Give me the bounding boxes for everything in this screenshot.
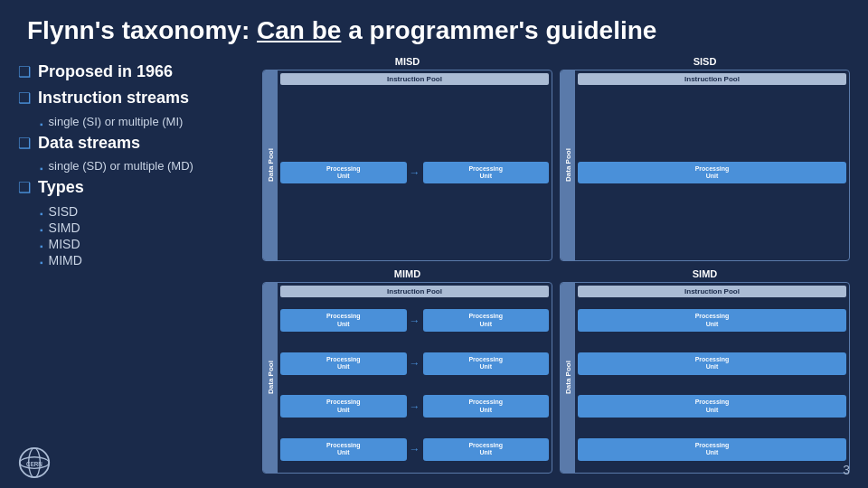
type-mimd: ▪ MIMD — [40, 253, 253, 267]
simd-instruction-pool: Instruction Pool — [578, 286, 846, 297]
bullet-icon-proposed: ❑ — [18, 63, 31, 80]
simd-inner: Data Pool Instruction Pool ProcessingUni… — [560, 282, 850, 474]
diagram-misd: MISD Data Pool Instruction Pool Processi… — [262, 56, 552, 261]
mimd-content: Instruction Pool ProcessingUnit → Proces… — [278, 283, 552, 473]
misd-instruction-pool: Instruction Pool — [280, 73, 549, 85]
sisd-content: Instruction Pool Processing Unit — [575, 70, 849, 260]
mimd-arrow-2: → — [410, 357, 420, 370]
type-simd-text: SIMD — [49, 221, 80, 235]
mimd-pu-1-1: ProcessingUnit — [280, 309, 407, 332]
mimd-row-4: ProcessingUnit → ProcessingUnit — [280, 429, 549, 471]
mimd-label: MIMD — [262, 268, 552, 279]
sub-bullet-data-text: single (SD) or multiple (MD) — [49, 159, 193, 173]
type-icon-sisd: ▪ — [40, 209, 43, 219]
diagram-simd: SIMD Data Pool Instruction Pool Processi… — [560, 268, 850, 474]
mimd-arrow-3: → — [410, 400, 420, 413]
simd-label: SIMD — [560, 268, 850, 279]
mimd-arrow-4: → — [410, 443, 420, 455]
type-mimd-text: MIMD — [49, 253, 82, 267]
simd-data-pool: Data Pool — [561, 283, 575, 473]
misd-data-pool: Data Pool — [263, 70, 278, 260]
slide-title: Flynn's taxonomy: Can be a programmer's … — [0, 0, 868, 52]
misd-arrow: → — [410, 166, 420, 179]
mimd-instruction-pool: Instruction Pool — [280, 286, 549, 297]
simd-content: Instruction Pool ProcessingUnit Processi… — [575, 283, 849, 473]
bullet-icon-instruction: ❑ — [18, 89, 31, 107]
mimd-pu-3-2: ProcessingUnit — [423, 395, 550, 418]
mimd-pu-grid: ProcessingUnit → ProcessingUnit Processi… — [280, 300, 549, 470]
sub-bullet-icon-instruction: ▪ — [40, 119, 43, 129]
bullet-data-text: Data streams — [38, 133, 140, 154]
sisd-pu-1-line1: Processing — [695, 165, 730, 173]
simd-pu-3: ProcessingUnit — [578, 395, 846, 418]
mimd-data-pool: Data Pool — [263, 283, 278, 473]
type-icon-simd: ▪ — [40, 225, 43, 235]
bullet-icon-types: ❑ — [18, 179, 31, 196]
mimd-pu-2-2: ProcessingUnit — [423, 352, 550, 375]
bullet-types-text: Types — [38, 177, 84, 198]
mimd-inner: Data Pool Instruction Pool ProcessingUni… — [262, 282, 552, 474]
svg-text:CERN: CERN — [26, 461, 42, 467]
type-sisd: ▪ SISD — [40, 204, 253, 219]
content-area: ❑ Proposed in 1966 ❑ Instruction streams… — [0, 52, 868, 477]
bullet-types: ❑ Types — [18, 177, 253, 198]
mimd-row-3: ProcessingUnit → ProcessingUnit — [280, 386, 549, 427]
type-misd: ▪ MISD — [40, 237, 253, 251]
right-panel: MISD Data Pool Instruction Pool Processi… — [262, 52, 850, 477]
sisd-label: SISD — [560, 56, 850, 67]
simd-pu-4: ProcessingUnit — [578, 438, 846, 461]
misd-label: MISD — [262, 56, 552, 67]
mimd-pu-2-1: ProcessingUnit — [280, 352, 407, 375]
bullet-instruction-streams: ❑ Instruction streams — [18, 88, 253, 108]
sisd-data-pool: Data Pool — [561, 70, 575, 260]
mimd-pu-4-1: ProcessingUnit — [280, 438, 407, 461]
mimd-pu-1-2: ProcessingUnit — [423, 309, 550, 332]
misd-pu-1-line1: Processing — [326, 165, 361, 173]
simd-row-2: ProcessingUnit — [578, 343, 846, 385]
bullet-proposed: ❑ Proposed in 1966 — [18, 61, 253, 82]
type-icon-mimd: ▪ — [40, 258, 43, 267]
sisd-pu-1-line2: Unit — [706, 173, 719, 180]
mimd-row-2: ProcessingUnit → ProcessingUnit — [280, 343, 549, 385]
page-number: 3 — [843, 463, 850, 477]
simd-row-4: ProcessingUnit — [578, 429, 846, 471]
left-panel: ❑ Proposed in 1966 ❑ Instruction streams… — [18, 52, 253, 477]
bullet-proposed-text: Proposed in 1966 — [38, 61, 173, 82]
sisd-units-row: Processing Unit — [578, 88, 846, 258]
title-suffix: a programmer's guideline — [341, 16, 656, 44]
misd-content: Instruction Pool Processing Unit → Proce… — [278, 70, 552, 260]
misd-pu-2-line1: Processing — [468, 165, 503, 173]
diagram-mimd: MIMD Data Pool Instruction Pool Processi… — [262, 268, 552, 474]
types-list: ▪ SISD ▪ SIMD ▪ MISD ▪ MIMD — [40, 204, 253, 267]
misd-pu-2: Processing Unit — [423, 162, 550, 184]
diagram-sisd: SISD Data Pool Instruction Pool Processi… — [560, 56, 850, 261]
simd-pu-2: ProcessingUnit — [578, 352, 846, 375]
cern-logo: CERN — [18, 446, 51, 479]
mimd-pu-3-1: ProcessingUnit — [280, 395, 407, 418]
sisd-inner: Data Pool Instruction Pool Processing Un… — [560, 70, 850, 261]
title-underline: Can be — [257, 16, 341, 44]
bullet-icon-data: ❑ — [18, 135, 31, 152]
simd-pu-1: ProcessingUnit — [578, 309, 846, 332]
type-simd: ▪ SIMD — [40, 221, 253, 235]
misd-pu-1: Processing Unit — [280, 162, 407, 184]
mimd-row-1: ProcessingUnit → ProcessingUnit — [280, 300, 549, 342]
misd-pu-2-line2: Unit — [479, 173, 492, 180]
sub-bullet-instruction-text: single (SI) or multiple (MI) — [49, 115, 184, 128]
misd-units-row: Processing Unit → Processing Unit — [280, 88, 549, 258]
type-icon-misd: ▪ — [40, 241, 43, 251]
sub-bullet-icon-data: ▪ — [40, 164, 43, 174]
misd-pu-1-line2: Unit — [337, 173, 350, 180]
sub-bullet-instruction: ▪ single (SI) or multiple (MI) — [40, 115, 253, 129]
mimd-pu-4-2: ProcessingUnit — [423, 438, 550, 461]
simd-pu-grid: ProcessingUnit ProcessingUnit Processing… — [578, 300, 846, 470]
sisd-pu-1: Processing Unit — [578, 162, 846, 184]
simd-row-3: ProcessingUnit — [578, 386, 846, 427]
type-misd-text: MISD — [49, 237, 80, 251]
misd-inner: Data Pool Instruction Pool Processing Un… — [262, 70, 552, 261]
mimd-arrow-1: → — [410, 314, 420, 327]
simd-row-1: ProcessingUnit — [578, 300, 846, 342]
sub-bullet-data: ▪ single (SD) or multiple (MD) — [40, 159, 253, 174]
bullet-instruction-text: Instruction streams — [38, 88, 189, 108]
bullet-data-streams: ❑ Data streams — [18, 133, 253, 154]
